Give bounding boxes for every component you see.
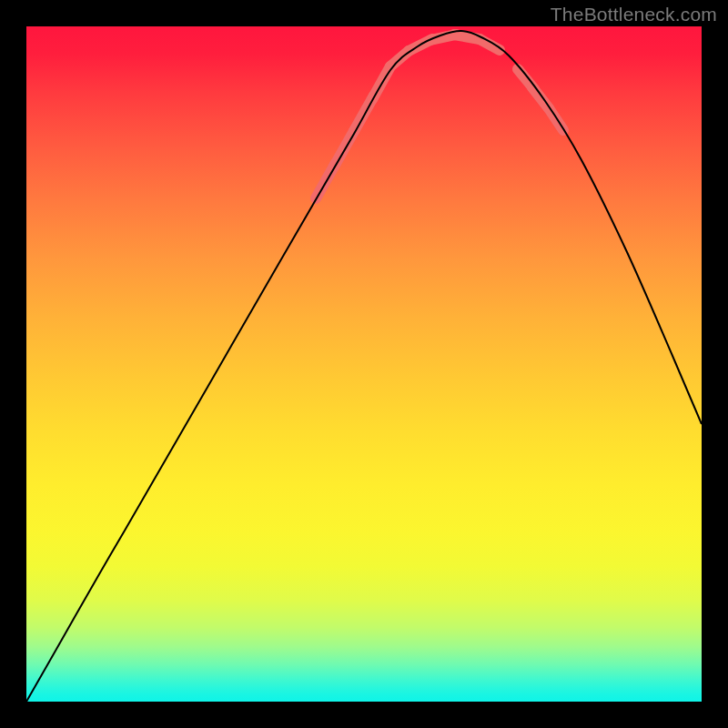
plot-area [26,26,702,702]
highlight-segments [316,35,563,198]
curve-layer [26,26,702,702]
highlight-segment [334,131,354,167]
chart-frame: TheBottleneck.com [0,0,728,728]
watermark-text: TheBottleneck.com [551,4,717,25]
bottleneck-curve [26,31,702,702]
